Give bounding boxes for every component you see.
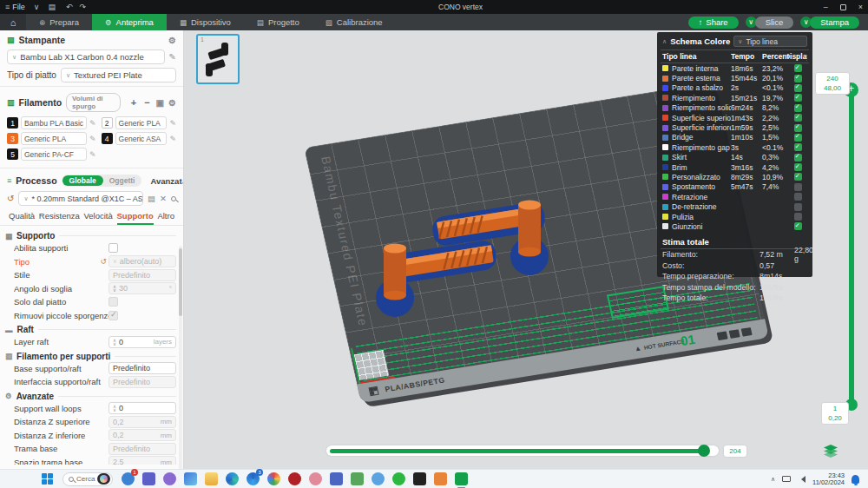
printer-edit-icon[interactable]: ✎ [169, 52, 176, 62]
filament-item[interactable]: 5 Generic PA-CF ✎ [7, 148, 96, 161]
taskbar-search[interactable]: Cerca [62, 472, 113, 486]
display-checkbox[interactable] [794, 104, 802, 112]
filament-settings-gear-icon[interactable]: ⚙ [168, 98, 176, 108]
tab-resistenza[interactable]: Resistenza [39, 211, 80, 225]
whatsapp-icon[interactable] [392, 472, 405, 485]
process-preset-select[interactable]: ∨ * 0.20mm Standard @X1C – ASA [18, 191, 143, 206]
copilot-button[interactable] [97, 473, 110, 485]
close-button[interactable]: × [858, 3, 863, 11]
support-wall-loops-spinner[interactable]: ∧∨ 0 [108, 402, 176, 414]
threshold-angle-spinner[interactable]: ∧∨ 30 ° [108, 282, 176, 294]
display-checkbox[interactable] [794, 94, 802, 102]
display-checkbox[interactable] [794, 213, 802, 221]
filament-edit-icon[interactable]: ✎ [89, 119, 96, 128]
layers-icon[interactable] [824, 445, 838, 461]
display-checkbox[interactable] [794, 84, 802, 92]
tab-calibrazione[interactable]: ▧ Calibrazione [312, 14, 396, 30]
printer-select[interactable]: ∨ Bambu Lab X1 Carbon 0.4 nozzle [7, 49, 165, 64]
display-checkbox[interactable] [794, 64, 802, 72]
cloud-drive-icon[interactable] [372, 472, 385, 485]
base-pattern-select[interactable]: Predefinito [108, 443, 176, 455]
share-button[interactable]: ↑ Share [688, 16, 739, 29]
display-checkbox[interactable] [794, 163, 802, 171]
global-pill[interactable]: Globale [62, 175, 103, 186]
filament-edit-icon[interactable]: ✎ [169, 135, 176, 143]
filament-edit-icon[interactable]: ✎ [89, 150, 96, 159]
delete-preset-icon[interactable]: ✕ [160, 194, 167, 203]
home-button[interactable]: ⌂ [0, 14, 26, 30]
bottom-z-distance-field[interactable]: 0,2 mm [108, 429, 176, 441]
display-checkbox[interactable] [794, 173, 802, 181]
menu-chevron-icon[interactable]: ∨ [34, 3, 40, 11]
plate-type-select[interactable]: ∨ Textured PEI Plate [61, 68, 176, 82]
remove-filament-button[interactable]: − [144, 97, 149, 108]
bambu-studio-icon[interactable] [455, 472, 468, 485]
tab-supporto[interactable]: Supporto [117, 211, 154, 225]
display-checkbox[interactable] [794, 114, 802, 122]
plate-thumbnail[interactable]: 1 [196, 34, 240, 84]
tab-qualita[interactable]: Qualità [9, 211, 35, 225]
minimize-button[interactable]: – [824, 3, 828, 11]
maximize-button[interactable] [840, 4, 846, 10]
printer-settings-gear-icon[interactable]: ⚙ [168, 36, 176, 45]
support-style-select[interactable]: Predefinito [108, 269, 176, 281]
tab-prepara[interactable]: ⊕ Prepara [26, 14, 92, 30]
sidebar-scrollbar[interactable] [179, 246, 182, 469]
add-filament-button[interactable]: + [131, 97, 136, 108]
reset-value-icon[interactable]: ↺ [100, 257, 107, 266]
filament-edit-icon[interactable]: ✎ [169, 119, 176, 128]
collapse-panel-icon[interactable]: ∧ [662, 38, 667, 45]
bitwarden-icon[interactable] [413, 472, 426, 485]
display-checkbox[interactable] [794, 124, 802, 132]
raft-layers-spinner[interactable]: ∧∨ 0 layers [108, 336, 176, 348]
undo-icon[interactable]: ↶ [66, 3, 73, 11]
teams-icon[interactable] [142, 472, 155, 485]
display-checkbox[interactable] [794, 203, 802, 211]
sync-icon[interactable]: ↺ [7, 194, 14, 203]
display-checkbox[interactable] [794, 75, 802, 82]
tab-progetto[interactable]: ▤ Progetto [244, 14, 312, 30]
save-icon[interactable]: ▤ [48, 3, 56, 11]
top-z-distance-field[interactable]: 0,2 mm [108, 416, 176, 428]
remove-small-overhangs-checkbox[interactable] [108, 311, 118, 320]
edge-beta-icon[interactable]: 3 [247, 472, 260, 485]
tab-anteprima[interactable]: ⚙ Anteprima [92, 14, 167, 30]
filament-item[interactable]: 2 Generic PLA ✎ [102, 116, 176, 129]
3d-viewport[interactable]: Bambu Textured PEI Plate PLA/ABS/PETG ▲ … [184, 30, 868, 469]
edge-icon[interactable] [226, 472, 239, 485]
file-menu[interactable]: ≡ File [5, 3, 25, 11]
display-checkbox[interactable] [794, 193, 802, 201]
opera-icon[interactable] [288, 472, 301, 485]
clock[interactable]: 23:43 11/02/2024 [812, 472, 845, 486]
support-interface-filament-select[interactable]: Predefinito [108, 376, 176, 388]
purge-volumes-button[interactable]: Volumi di spurgo [66, 93, 121, 112]
chrome-icon[interactable] [267, 472, 280, 485]
layer-slider-track[interactable] [849, 88, 854, 407]
move-slider-track[interactable] [326, 445, 719, 456]
display-checkbox[interactable] [794, 143, 802, 151]
redo-icon[interactable]: ↷ [79, 3, 86, 11]
ams-icon[interactable]: ▣ [156, 98, 164, 108]
search-preset-icon[interactable] [171, 196, 176, 201]
display-tray-icon[interactable] [782, 476, 791, 482]
tab-dispositivo[interactable]: ▦ Dispositivo [167, 14, 244, 30]
filament-item[interactable]: 3 Generic PLA ✎ [7, 132, 96, 145]
support-type-select[interactable]: ∨ albero(auto) [108, 255, 176, 267]
tray-overflow-chevron-icon[interactable]: ∧ [771, 476, 775, 483]
on-build-plate-only-checkbox[interactable] [108, 297, 118, 307]
app-pink-icon[interactable] [309, 472, 322, 485]
enable-supports-checkbox[interactable] [108, 243, 118, 253]
global-objects-switch[interactable]: Globale Oggetti [62, 175, 142, 187]
slice-button[interactable]: Slice [755, 16, 794, 29]
display-checkbox[interactable] [794, 134, 802, 142]
photos-icon[interactable] [184, 472, 197, 485]
sync-app-icon[interactable] [351, 472, 364, 485]
remote-desktop-icon[interactable] [330, 472, 343, 485]
notifications-bell-icon[interactable] [852, 475, 859, 484]
file-explorer-icon[interactable] [205, 472, 218, 485]
filament-edit-icon[interactable]: ✎ [89, 135, 96, 143]
filezilla-icon[interactable] [434, 472, 447, 485]
display-checkbox[interactable] [794, 183, 802, 191]
tab-altro[interactable]: Altro [157, 211, 174, 225]
view-type-select[interactable]: ∨ Tipo linea [733, 36, 807, 47]
